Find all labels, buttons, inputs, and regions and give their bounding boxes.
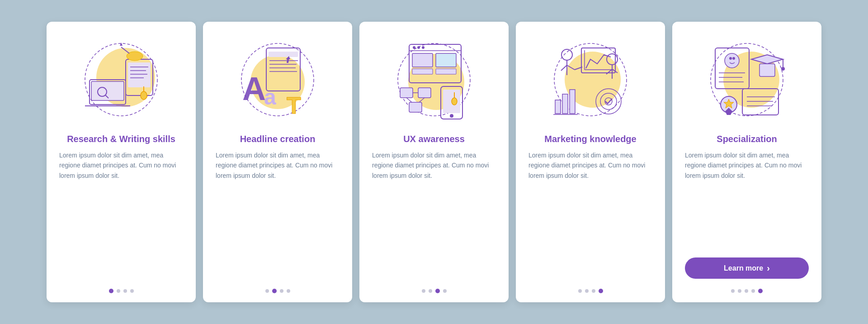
headline-icon: A a T xyxy=(232,34,323,125)
svg-rect-66 xyxy=(555,100,561,114)
card-specialization-title: Specialization xyxy=(717,133,777,145)
learn-more-button[interactable]: Learn more xyxy=(685,257,809,279)
svg-point-49 xyxy=(450,114,453,118)
svg-point-76 xyxy=(725,53,739,68)
svg-rect-42 xyxy=(418,88,431,98)
card-headline-creation-dots xyxy=(265,289,290,293)
svg-rect-67 xyxy=(562,94,568,114)
svg-marker-15 xyxy=(120,43,123,46)
marketing-icon xyxy=(545,34,636,125)
svg-rect-43 xyxy=(409,102,422,112)
dot-active[interactable] xyxy=(435,289,440,293)
dot[interactable] xyxy=(422,289,425,293)
card-specialization-body: Lorem ipsum dolor sit dim amet, mea regi… xyxy=(685,150,809,250)
specialization-icon xyxy=(702,34,792,125)
svg-point-35 xyxy=(417,46,420,49)
svg-text:T: T xyxy=(287,92,301,119)
svg-rect-41 xyxy=(400,88,413,98)
card-research-writing-title: Research & Writing skills xyxy=(67,133,175,145)
dot[interactable] xyxy=(738,289,741,293)
card-research-writing-dots xyxy=(109,289,134,293)
dot[interactable] xyxy=(751,289,755,293)
dot[interactable] xyxy=(265,289,269,293)
card-marketing-knowledge-title: Marketing knowledge xyxy=(544,133,636,145)
dot[interactable] xyxy=(731,289,735,293)
svg-point-16 xyxy=(141,91,147,100)
card-headline-creation-title: Headline creation xyxy=(240,133,316,145)
card-research-writing: Research & Writing skills Lorem ipsum do… xyxy=(47,22,196,302)
svg-rect-8 xyxy=(128,62,151,87)
svg-point-77 xyxy=(729,57,732,60)
dot[interactable] xyxy=(123,289,127,293)
dot-active[interactable] xyxy=(599,289,603,293)
ux-icon xyxy=(389,34,479,125)
svg-line-56 xyxy=(561,65,567,71)
card-marketing-knowledge-dots xyxy=(578,289,603,293)
svg-rect-68 xyxy=(570,90,575,114)
card-ux-awareness: UX awareness Lorem ipsum dolor sit dim a… xyxy=(359,22,509,302)
svg-point-50 xyxy=(452,98,457,105)
dot[interactable] xyxy=(117,289,120,293)
card-headline-creation: A a T Headline creation Lorem ipsum dolo… xyxy=(203,22,352,302)
card-ux-awareness-dots xyxy=(422,289,447,293)
card-headline-creation-body: Lorem ipsum dolor sit dim amet, mea regi… xyxy=(216,150,340,281)
dot[interactable] xyxy=(130,289,134,293)
svg-rect-39 xyxy=(436,53,456,67)
dot[interactable] xyxy=(578,289,582,293)
dot[interactable] xyxy=(443,289,447,293)
card-marketing-knowledge-body: Lorem ipsum dolor sit dim amet, mea regi… xyxy=(528,150,652,281)
svg-rect-83 xyxy=(760,64,775,76)
dot[interactable] xyxy=(280,289,283,293)
svg-point-85 xyxy=(781,67,785,71)
svg-text:a: a xyxy=(264,85,276,109)
svg-line-45 xyxy=(406,98,412,102)
svg-rect-38 xyxy=(412,69,433,74)
svg-rect-40 xyxy=(436,69,456,74)
svg-text:A: A xyxy=(242,71,266,107)
svg-rect-37 xyxy=(412,53,433,67)
research-writing-icon xyxy=(76,34,166,125)
card-specialization-dots xyxy=(731,289,763,293)
svg-rect-21 xyxy=(269,52,298,57)
dot[interactable] xyxy=(745,289,748,293)
dot[interactable] xyxy=(287,289,290,293)
dot-active[interactable] xyxy=(109,289,113,293)
dot-active[interactable] xyxy=(758,289,763,293)
card-specialization: Specialization Lorem ipsum dolor sit dim… xyxy=(672,22,821,302)
dot[interactable] xyxy=(592,289,595,293)
card-marketing-knowledge: Marketing knowledge Lorem ipsum dolor si… xyxy=(516,22,665,302)
card-ux-awareness-title: UX awareness xyxy=(403,133,465,145)
cards-container: Research & Writing skills Lorem ipsum do… xyxy=(19,4,849,320)
svg-point-78 xyxy=(732,57,735,60)
dot-active[interactable] xyxy=(272,289,277,293)
svg-point-54 xyxy=(561,49,572,60)
card-research-writing-body: Lorem ipsum dolor sit dim amet, mea regi… xyxy=(59,150,183,281)
svg-point-34 xyxy=(413,46,415,49)
dot[interactable] xyxy=(585,289,589,293)
dot[interactable] xyxy=(429,289,432,293)
svg-point-36 xyxy=(422,46,425,49)
card-ux-awareness-body: Lorem ipsum dolor sit dim amet, mea regi… xyxy=(372,150,496,281)
